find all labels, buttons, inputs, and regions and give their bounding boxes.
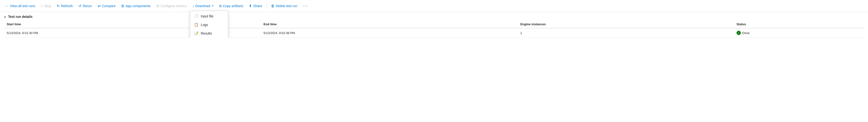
- copy-artifacts-button[interactable]: ⧉ Copy artifacts: [217, 3, 246, 9]
- more-options-button[interactable]: ···: [301, 2, 311, 10]
- cell-status: ✓ Done: [734, 28, 864, 38]
- download-dropdown-wrapper: ↓ Download ▾ 📄 Input file 📋 Logs 📝 Resul…: [190, 3, 216, 9]
- status-done-icon: ✓: [737, 31, 741, 35]
- app-components-button[interactable]: ⊞ App components: [119, 3, 153, 9]
- table-header-row: Start time End time Engine instances Sta…: [4, 21, 864, 28]
- delete-icon: 🗑: [271, 4, 275, 8]
- view-all-test-runs-button[interactable]: ← View all test runs: [3, 3, 38, 9]
- col-status: Status: [734, 21, 864, 28]
- status-label: Done: [742, 31, 750, 35]
- section-title: Test run details: [8, 15, 32, 19]
- rerun-icon: ↺: [79, 4, 82, 8]
- status-container: ✓ Done: [737, 31, 861, 35]
- download-label: Download: [195, 4, 210, 8]
- refresh-button[interactable]: ↻ Refresh: [54, 3, 75, 9]
- logs-icon: 📋: [194, 23, 198, 27]
- delete-test-run-button[interactable]: 🗑 Delete test run: [269, 3, 300, 9]
- stop-icon: □: [41, 4, 43, 8]
- input-file-icon: 📄: [194, 14, 198, 18]
- app-components-label: App components: [125, 4, 151, 8]
- stop-button[interactable]: □ Stop: [38, 3, 54, 9]
- dropdown-item-logs[interactable]: 📋 Logs: [190, 21, 228, 29]
- dropdown-item-results-label: Results: [201, 31, 212, 35]
- refresh-icon: ↻: [57, 4, 60, 8]
- refresh-label: Refresh: [61, 4, 73, 8]
- share-icon: ⬆: [249, 4, 252, 8]
- more-options-label: ···: [303, 3, 308, 8]
- app-components-icon: ⊞: [121, 4, 124, 8]
- test-run-table: Start time End time Engine instances Sta…: [4, 21, 864, 38]
- results-icon: 📝: [194, 31, 198, 35]
- compare-label: Compare: [102, 4, 116, 8]
- table-container: Start time End time Engine instances Sta…: [0, 21, 868, 38]
- rerun-label: Rerun: [83, 4, 92, 8]
- configure-metrics-label: Configure metrics: [160, 4, 187, 8]
- compare-button[interactable]: ⇄ Compare: [95, 3, 118, 9]
- share-label: Share: [253, 4, 262, 8]
- download-chevron-icon: ▾: [212, 4, 213, 7]
- download-icon: ↓: [192, 4, 194, 8]
- compare-icon: ⇄: [98, 4, 101, 8]
- back-icon: ←: [5, 4, 9, 8]
- dropdown-item-results[interactable]: 📝 Results: [190, 29, 228, 38]
- cell-end-time: 5/13/2024, 9:02:38 PM: [260, 28, 517, 38]
- col-engine-instances: Engine instances: [518, 21, 734, 28]
- configure-metrics-button[interactable]: ⚙ Configure metrics: [154, 3, 189, 9]
- share-button[interactable]: ⬆ Share: [246, 3, 264, 9]
- table-row: 5/13/2024, 9:01:30 PM 5/13/2024, 9:02:38…: [4, 28, 864, 38]
- view-all-label: View all test runs: [10, 4, 35, 8]
- section-header: ∧ Test run details: [0, 12, 868, 21]
- delete-label: Delete test run: [276, 4, 298, 8]
- copy-artifacts-label: Copy artifacts: [223, 4, 243, 8]
- rerun-button[interactable]: ↺ Rerun: [76, 3, 94, 9]
- stop-label: Stop: [44, 4, 51, 8]
- dropdown-item-input-file-label: Input file: [201, 14, 213, 18]
- col-end-time: End time: [260, 21, 517, 28]
- engine-instances-value: 1: [520, 31, 522, 35]
- section-chevron-icon[interactable]: ∧: [4, 15, 6, 19]
- dropdown-item-logs-label: Logs: [201, 23, 208, 27]
- cell-engine-instances: 1: [518, 28, 734, 38]
- download-button[interactable]: ↓ Download ▾: [190, 3, 216, 9]
- toolbar-divider: [267, 3, 267, 9]
- dropdown-item-input-file[interactable]: 📄 Input file: [190, 12, 228, 21]
- configure-icon: ⚙: [156, 4, 159, 8]
- toolbar: ← View all test runs □ Stop ↻ Refresh ↺ …: [0, 0, 868, 12]
- copy-icon: ⧉: [219, 4, 222, 8]
- download-dropdown-menu: 📄 Input file 📋 Logs 📝 Results 📊 Report: [190, 11, 228, 38]
